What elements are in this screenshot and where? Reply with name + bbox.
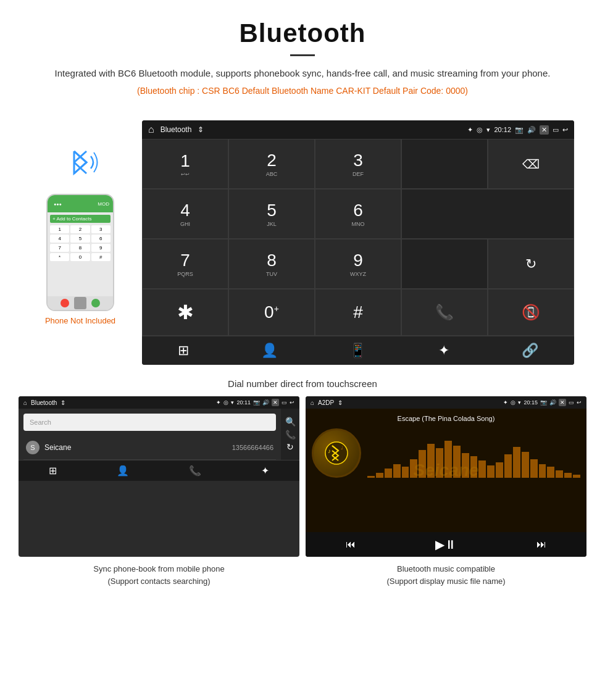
pb-bt-icon: ✦ bbox=[216, 399, 221, 406]
bt-icon: ✦ bbox=[467, 126, 473, 134]
viz-bar bbox=[478, 460, 486, 478]
phonebook-screen: ⌂ Bluetooth ⇕ ✦ ◎ ▾ 20:11 📷 🔊 ✕ ▭ ↩ bbox=[19, 396, 299, 557]
dial-key-0[interactable]: 0+ bbox=[228, 289, 315, 336]
pb-toolbar-contacts[interactable]: 👤 bbox=[117, 465, 129, 477]
dialpad-icon[interactable]: ⊞ bbox=[178, 343, 189, 359]
hangup-button[interactable]: 📵 bbox=[488, 289, 574, 336]
search-bar[interactable]: Search bbox=[23, 414, 276, 431]
pb-home-icon[interactable]: ⌂ bbox=[23, 399, 27, 406]
mu-time: 20:15 bbox=[524, 399, 538, 406]
link-icon[interactable]: 🔗 bbox=[522, 343, 538, 359]
android-dial-toolbar: ⊞ 👤 📱 ✦ 🔗 bbox=[142, 336, 574, 365]
viz-bar bbox=[564, 473, 572, 478]
mu-close-icon[interactable]: ✕ bbox=[559, 399, 566, 406]
window-icon[interactable]: ▭ bbox=[553, 126, 559, 134]
bluetooth-signal-icon bbox=[62, 145, 99, 189]
dial-key-5[interactable]: 5 JKL bbox=[228, 189, 315, 239]
viz-bar bbox=[436, 448, 443, 478]
pb-toolbar-phone[interactable]: 📞 bbox=[189, 465, 201, 477]
bluetooth-icon[interactable]: ✦ bbox=[438, 343, 449, 359]
call-button[interactable]: 📞 bbox=[401, 289, 488, 336]
dial-key-7[interactable]: 7 PQRS bbox=[142, 239, 228, 289]
dial-key-6[interactable]: 6 MNO bbox=[315, 189, 401, 239]
phone-graphic: ●●● MOD + Add to Contacts 123 456 789 *0… bbox=[31, 145, 130, 325]
contact-name: Seicane bbox=[44, 443, 232, 452]
pb-search-icon[interactable]: 🔍 bbox=[285, 417, 296, 427]
bottom-screenshots: ⌂ Bluetooth ⇕ ✦ ◎ ▾ 20:11 📷 🔊 ✕ ▭ ↩ bbox=[0, 396, 605, 602]
next-track-icon[interactable]: ⏭ bbox=[536, 539, 546, 550]
dial-caption: Dial number direct from touchscreen bbox=[0, 371, 605, 396]
music-statusbar: ⌂ A2DP ⇕ ✦ ◎ ▾ 20:15 📷 🔊 ✕ ▭ ↩ bbox=[306, 396, 586, 409]
statusbar-title: Bluetooth bbox=[161, 125, 192, 134]
viz-bar bbox=[556, 470, 563, 478]
home-icon[interactable]: ⌂ bbox=[148, 124, 154, 135]
statusbar-left: ⌂ Bluetooth ⇕ bbox=[148, 124, 204, 135]
pb-phone-right-icon[interactable]: 📞 bbox=[285, 430, 296, 440]
camera-icon[interactable]: 📷 bbox=[515, 126, 524, 134]
dialpad-grid: 1 ↩↩ 2 ABC 3 DEF ⌫ 4 GHI 5 JKL bbox=[142, 139, 574, 336]
mu-vol-icon: 🔊 bbox=[549, 399, 556, 406]
phonebook-screenshot-container: ⌂ Bluetooth ⇕ ✦ ◎ ▾ 20:11 📷 🔊 ✕ ▭ ↩ bbox=[19, 396, 299, 590]
dial-key-9[interactable]: 9 WXYZ bbox=[315, 239, 401, 289]
mu-camera-icon: 📷 bbox=[540, 399, 547, 406]
viz-bar bbox=[539, 464, 546, 478]
statusbar-right: ✦ ◎ ▾ 20:12 📷 🔊 ✕ ▭ ↩ bbox=[467, 125, 568, 135]
phonebook-right-icons: 🔍 📞 ↻ bbox=[281, 409, 299, 460]
viz-bar bbox=[453, 446, 461, 478]
dial-key-hash[interactable]: # bbox=[315, 289, 401, 336]
contacts-icon[interactable]: 👤 bbox=[261, 343, 278, 359]
volume-icon[interactable]: 🔊 bbox=[527, 126, 536, 134]
mu-home-icon[interactable]: ⌂ bbox=[311, 399, 314, 406]
contact-list: S Seicane 13566664466 bbox=[19, 436, 281, 460]
viz-bar bbox=[367, 476, 375, 478]
mu-back-icon[interactable]: ↩ bbox=[577, 399, 582, 406]
backspace-button[interactable]: ⌫ bbox=[488, 139, 574, 189]
song-title: Escape (The Pina Colada Song) bbox=[398, 415, 495, 422]
phone-not-included-label: Phone Not Included bbox=[45, 316, 115, 325]
pb-location-icon: ◎ bbox=[223, 399, 228, 406]
pb-toolbar-dialpad[interactable]: ⊞ bbox=[49, 465, 57, 477]
viz-bar bbox=[444, 441, 452, 478]
phone-image: ●●● MOD + Add to Contacts 123 456 789 *0… bbox=[46, 194, 114, 311]
phonebook-statusbar-left: ⌂ Bluetooth ⇕ bbox=[23, 399, 65, 406]
close-icon[interactable]: ✕ bbox=[540, 125, 549, 135]
page-description: Integrated with BC6 Bluetooth module, su… bbox=[12, 66, 593, 81]
contact-avatar: S bbox=[26, 441, 40, 454]
contact-item[interactable]: S Seicane 13566664466 bbox=[23, 436, 276, 460]
dial-key-3[interactable]: 3 DEF bbox=[315, 139, 401, 189]
music-controls: ⏮ ▶⏸ ⏭ bbox=[306, 532, 586, 557]
music-caption: Bluetooth music compatible (Support disp… bbox=[306, 557, 586, 590]
play-pause-icon[interactable]: ▶⏸ bbox=[435, 537, 457, 552]
dial-key-4[interactable]: 4 GHI bbox=[142, 189, 228, 239]
viz-bar bbox=[376, 473, 383, 478]
viz-bar bbox=[530, 459, 538, 478]
viz-bar bbox=[402, 467, 409, 478]
page-header: Bluetooth Integrated with BC6 Bluetooth … bbox=[0, 0, 605, 114]
viz-bar bbox=[504, 454, 512, 478]
pb-toolbar-bt[interactable]: ✦ bbox=[261, 465, 269, 477]
dial-key-1[interactable]: 1 ↩↩ bbox=[142, 139, 228, 189]
back-icon[interactable]: ↩ bbox=[562, 126, 568, 134]
dial-key-8[interactable]: 8 TUV bbox=[228, 239, 315, 289]
viz-bar bbox=[419, 450, 426, 478]
phonebook-search-area: Search bbox=[19, 409, 281, 436]
refresh-button[interactable]: ↻ bbox=[488, 239, 574, 289]
empty-cell-2 bbox=[401, 239, 488, 289]
phonebook-statusbar-right: ✦ ◎ ▾ 20:11 📷 🔊 ✕ ▭ ↩ bbox=[216, 399, 294, 406]
svg-text:♩: ♩ bbox=[341, 445, 343, 451]
pb-close-icon[interactable]: ✕ bbox=[272, 399, 279, 406]
pb-camera-icon: 📷 bbox=[253, 399, 260, 406]
prev-track-icon[interactable]: ⏮ bbox=[346, 539, 356, 550]
phonebook-caption: Sync phone-book from mobile phone (Suppo… bbox=[19, 557, 299, 590]
page-specs: (Bluetooth chip : CSR BC6 Default Blueto… bbox=[12, 86, 593, 96]
phonebook-body: Search S Seicane 13566664466 bbox=[19, 409, 299, 460]
music-screenshot-container: ⌂ A2DP ⇕ ✦ ◎ ▾ 20:15 📷 🔊 ✕ ▭ ↩ bbox=[306, 396, 586, 590]
pb-back-icon[interactable]: ↩ bbox=[290, 399, 294, 406]
phone-icon[interactable]: 📱 bbox=[349, 343, 366, 359]
phone-red-button bbox=[60, 299, 69, 307]
pb-time: 20:11 bbox=[236, 399, 251, 406]
dial-key-2[interactable]: 2 ABC bbox=[228, 139, 315, 189]
pb-refresh-icon[interactable]: ↻ bbox=[286, 442, 294, 452]
dial-key-star[interactable]: ✱ bbox=[142, 289, 228, 336]
viz-bar bbox=[513, 447, 520, 478]
